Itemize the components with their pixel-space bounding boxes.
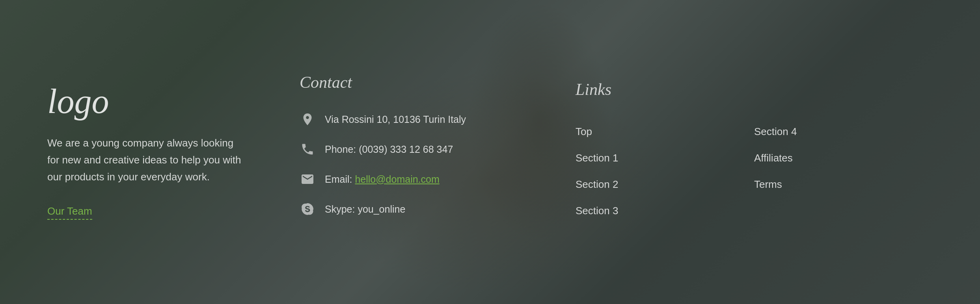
our-team-link[interactable]: Our Team [47, 205, 92, 220]
link-affiliates[interactable]: Affiliates [754, 145, 933, 171]
contact-phone-row: Phone: (0039) 333 12 68 347 [300, 141, 544, 157]
contact-email-row: Email: hello@domain.com [300, 171, 544, 187]
footer-container: logo We are a young company always looki… [0, 0, 980, 304]
contact-heading: Contact [300, 73, 544, 92]
link-section3[interactable]: Section 3 [576, 198, 754, 224]
links-heading: Links [576, 80, 933, 99]
links-col2: Section 4 Affiliates Terms [754, 119, 933, 224]
links-column: Links Top Section 1 Section 2 Section 3 … [544, 80, 933, 224]
link-section2[interactable]: Section 2 [576, 171, 754, 198]
brand-column: logo We are a young company always looki… [47, 84, 268, 220]
skype-icon [300, 201, 315, 217]
phone-icon [300, 141, 315, 157]
links-col1: Top Section 1 Section 2 Section 3 [576, 119, 754, 224]
location-icon [300, 111, 315, 127]
link-terms[interactable]: Terms [754, 171, 933, 198]
link-section1[interactable]: Section 1 [576, 145, 754, 171]
email-text: Email: hello@domain.com [325, 174, 440, 185]
links-grid: Top Section 1 Section 2 Section 3 Sectio… [576, 119, 933, 224]
phone-text: Phone: (0039) 333 12 68 347 [325, 144, 453, 155]
email-icon [300, 171, 315, 187]
contact-skype-row: Skype: you_online [300, 201, 544, 217]
contact-address-row: Via Rossini 10, 10136 Turin Italy [300, 111, 544, 127]
logo: logo [47, 84, 244, 119]
skype-text: Skype: you_online [325, 204, 405, 215]
link-empty [754, 198, 933, 212]
email-link[interactable]: hello@domain.com [355, 174, 439, 185]
contact-column: Contact Via Rossini 10, 10136 Turin Ital… [268, 73, 544, 231]
address-text: Via Rossini 10, 10136 Turin Italy [325, 114, 466, 125]
link-top[interactable]: Top [576, 119, 754, 145]
brand-description: We are a young company always looking fo… [47, 135, 244, 185]
link-section4[interactable]: Section 4 [754, 119, 933, 145]
